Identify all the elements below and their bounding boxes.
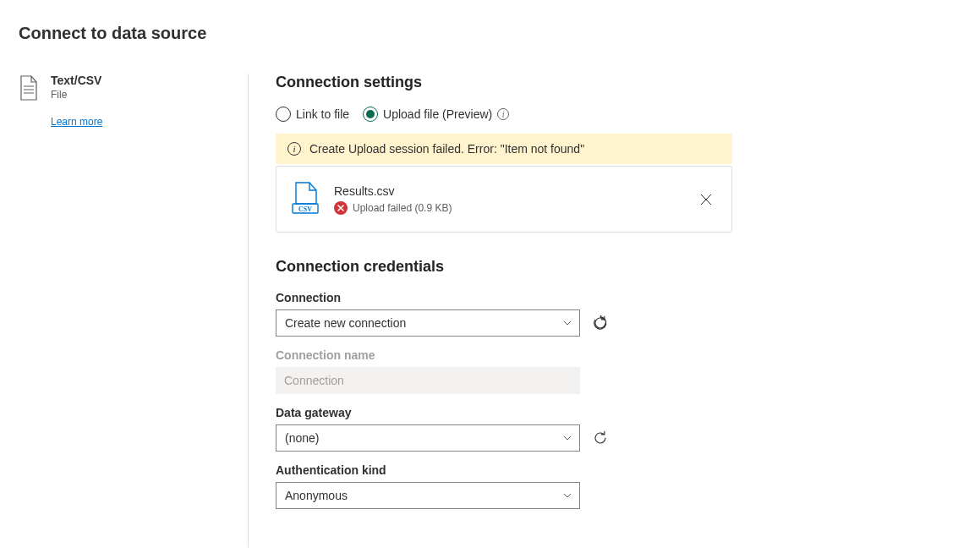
file-name: Results.csv bbox=[334, 184, 681, 198]
radio-upload-file[interactable]: Upload file (Preview) i bbox=[363, 107, 509, 122]
svg-text:CSV: CSV bbox=[298, 205, 312, 213]
info-icon[interactable]: i bbox=[497, 108, 509, 120]
chevron-down-icon bbox=[562, 433, 572, 443]
dropdown-value: Create new connection bbox=[285, 316, 406, 330]
chevron-down-icon bbox=[562, 318, 572, 328]
refresh-icon bbox=[593, 315, 608, 331]
source-item-textcsv[interactable]: Text/CSV File Learn more bbox=[19, 74, 231, 128]
file-upload-card: CSV Results.csv Upload failed (0.9 KB) bbox=[276, 166, 732, 233]
connection-name-label: Connection name bbox=[276, 348, 955, 362]
radio-label: Upload file (Preview) bbox=[383, 107, 492, 121]
radio-link-to-file[interactable]: Link to file bbox=[276, 107, 349, 122]
connection-credentials-heading: Connection credentials bbox=[276, 258, 955, 276]
error-banner: i Create Upload session failed. Error: "… bbox=[276, 134, 732, 164]
refresh-connection-button-real[interactable] bbox=[590, 313, 610, 333]
error-banner-text: Create Upload session failed. Error: "It… bbox=[309, 142, 584, 156]
refresh-gateway-button[interactable] bbox=[590, 428, 610, 448]
connection-settings-heading: Connection settings bbox=[276, 74, 955, 91]
radio-checked-icon bbox=[363, 107, 378, 122]
connection-name-input: Connection bbox=[276, 367, 580, 394]
document-icon bbox=[19, 74, 39, 103]
connection-name-value: Connection bbox=[284, 374, 344, 387]
auth-kind-label: Authentication kind bbox=[276, 463, 955, 477]
auth-kind-dropdown[interactable]: Anonymous bbox=[276, 482, 580, 509]
gateway-label: Data gateway bbox=[276, 406, 955, 419]
upload-mode-radio-group: Link to file Upload file (Preview) i bbox=[276, 107, 955, 122]
sidebar: Text/CSV File Learn more bbox=[0, 74, 249, 547]
source-title: Text/CSV bbox=[51, 74, 102, 87]
info-icon: i bbox=[287, 142, 301, 156]
gateway-dropdown[interactable]: (none) bbox=[276, 424, 580, 452]
file-status: Upload failed (0.9 KB) bbox=[353, 202, 452, 214]
learn-more-link[interactable]: Learn more bbox=[51, 116, 102, 128]
radio-unchecked-icon bbox=[276, 107, 291, 122]
dropdown-value: (none) bbox=[285, 431, 319, 445]
refresh-icon bbox=[593, 430, 608, 446]
remove-file-button[interactable] bbox=[696, 189, 716, 210]
source-subtitle: File bbox=[51, 89, 102, 101]
dropdown-value: Anonymous bbox=[285, 489, 348, 502]
connection-field-label: Connection bbox=[276, 291, 955, 304]
error-icon bbox=[334, 201, 348, 215]
main-content: Connection settings Link to file Upload … bbox=[249, 74, 980, 547]
chevron-down-icon bbox=[562, 490, 572, 501]
close-icon bbox=[700, 194, 712, 205]
connection-dropdown[interactable]: Create new connection bbox=[276, 309, 580, 337]
page-title: Connect to data source bbox=[0, 0, 980, 43]
radio-label: Link to file bbox=[296, 107, 349, 121]
csv-file-icon: CSV bbox=[292, 182, 319, 216]
